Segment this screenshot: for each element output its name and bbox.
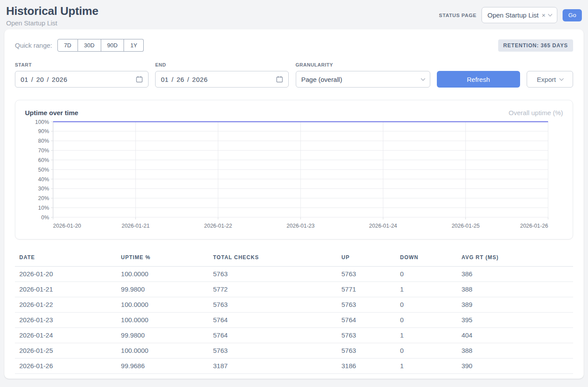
calendar-icon[interactable] [276, 76, 283, 83]
table-cell: 5764 [213, 313, 341, 328]
y-tick-label: 40% [38, 176, 49, 183]
start-date-value: 01 / 20 / 2026 [21, 76, 67, 83]
y-tick-label: 80% [38, 138, 49, 144]
y-tick-label: 60% [38, 157, 49, 163]
start-date-label: START [15, 62, 149, 67]
table-cell: 2026-01-22 [15, 297, 121, 313]
table-cell: 5764 [213, 328, 341, 343]
y-tick-label: 30% [38, 186, 49, 192]
clear-icon[interactable]: × [542, 11, 545, 19]
quick-range-label: Quick range: [15, 42, 52, 49]
granularity-select[interactable]: Page (overall) [296, 71, 430, 88]
uptime-chart-svg: 0%10%20%30%40%50%60%70%80%90%100%2026-01… [25, 118, 563, 235]
x-tick-label: 2026-01-24 [369, 223, 397, 229]
table-cell: 3186 [341, 359, 400, 374]
quick-range-30d[interactable]: 30D [78, 39, 101, 52]
table-row: 2026-01-22100.0000576357630389 [15, 297, 573, 313]
table-body: 2026-01-20100.00005763576303862026-01-21… [15, 267, 573, 374]
end-date-label: END [155, 62, 289, 67]
table-cell: 1 [400, 328, 461, 343]
column-header: UPTIME % [121, 251, 213, 267]
table-row: 2026-01-20100.0000576357630386 [15, 267, 573, 282]
table-cell: 0 [400, 297, 461, 313]
chevron-down-icon [548, 12, 553, 17]
table-cell: 389 [461, 297, 573, 313]
y-tick-label: 20% [38, 195, 49, 201]
column-header: DOWN [400, 251, 461, 267]
table-cell: 1 [400, 282, 461, 297]
x-tick-label: 2026-01-26 [520, 223, 548, 229]
start-date-input[interactable]: 01 / 20 / 2026 [15, 71, 149, 88]
table-row: 2026-01-2499.9800576457631404 [15, 328, 573, 343]
table-cell: 386 [461, 267, 573, 282]
column-header: TOTAL CHECKS [213, 251, 341, 267]
x-tick-label: 2026-01-22 [204, 223, 232, 229]
y-tick-label: 50% [38, 167, 49, 173]
chevron-down-icon [559, 76, 563, 81]
table-cell: 100.0000 [121, 313, 213, 328]
retention-badge: RETENTION: 365 DAYS [498, 39, 573, 52]
table-cell: 5763 [341, 328, 400, 343]
status-page-selected-value: Open Startup List [487, 11, 538, 19]
table-cell: 3187 [213, 359, 341, 374]
table-cell: 2026-01-21 [15, 282, 121, 297]
quick-range-1y[interactable]: 1Y [124, 39, 144, 52]
status-page-label: STATUS PAGE [439, 13, 477, 18]
column-header: AVG RT (MS) [461, 251, 573, 267]
export-button[interactable]: Export [527, 71, 573, 88]
table-cell: 390 [461, 359, 573, 374]
table-cell: 100.0000 [121, 297, 213, 313]
table-cell: 404 [461, 328, 573, 343]
end-date-input[interactable]: 01 / 26 / 2026 [155, 71, 289, 88]
go-button[interactable]: Go [563, 9, 582, 21]
table-cell: 1 [400, 359, 461, 374]
chevron-down-icon [421, 76, 425, 81]
x-tick-label: 2026-01-25 [452, 223, 480, 229]
table-cell: 0 [400, 313, 461, 328]
table-cell: 2026-01-20 [15, 267, 121, 282]
calendar-icon[interactable] [136, 76, 143, 83]
table-cell: 100.0000 [121, 343, 213, 359]
table-cell: 5772 [213, 282, 341, 297]
quick-range-group: 7D30D90D1Y [57, 39, 144, 52]
page-title: Historical Uptime [6, 4, 98, 18]
table-cell: 388 [461, 282, 573, 297]
table-cell: 2026-01-25 [15, 343, 121, 359]
table-header-row: DATEUPTIME %TOTAL CHECKSUPDOWNAVG RT (MS… [15, 251, 573, 267]
quick-range-7d[interactable]: 7D [57, 39, 78, 52]
x-tick-label: 2026-01-23 [287, 223, 315, 229]
table-cell: 0 [400, 267, 461, 282]
uptime-chart-card: Uptime over time Overall uptime (%) 0%10… [15, 100, 573, 239]
table-cell: 100.0000 [121, 267, 213, 282]
main-panel: Quick range: 7D30D90D1Y RETENTION: 365 D… [4, 29, 584, 379]
table-cell: 5763 [213, 267, 341, 282]
y-tick-label: 90% [38, 128, 49, 134]
table-cell: 5763 [341, 267, 400, 282]
table-cell: 5763 [213, 297, 341, 313]
table-row: 2026-01-2699.9686318731861390 [15, 359, 573, 374]
status-page-select[interactable]: Open Startup List × [482, 7, 557, 23]
x-tick-label: 2026-01-20 [53, 223, 81, 229]
page-subtitle: Open Startup List [6, 19, 98, 27]
table-row: 2026-01-23100.0000576457640395 [15, 313, 573, 328]
column-header: UP [341, 251, 400, 267]
y-tick-label: 100% [35, 119, 49, 125]
quick-range-90d[interactable]: 90D [101, 39, 124, 52]
refresh-button[interactable]: Refresh [437, 71, 520, 88]
table-cell: 5771 [341, 282, 400, 297]
table-cell: 99.9800 [121, 282, 213, 297]
uptime-table: DATEUPTIME %TOTAL CHECKSUPDOWNAVG RT (MS… [15, 251, 573, 374]
table-cell: 99.9686 [121, 359, 213, 374]
table-row: 2026-01-25100.0000576357630388 [15, 343, 573, 359]
table-cell: 2026-01-26 [15, 359, 121, 374]
table-cell: 2026-01-24 [15, 328, 121, 343]
granularity-label: GRANULARITY [296, 62, 430, 67]
export-button-label: Export [537, 76, 556, 83]
y-tick-label: 0% [41, 215, 49, 221]
end-date-value: 01 / 26 / 2026 [161, 76, 208, 83]
y-tick-label: 10% [38, 205, 49, 211]
table-cell: 5763 [341, 343, 400, 359]
page-header: Historical Uptime Open Startup List STAT… [0, 0, 588, 29]
table-cell: 5763 [341, 297, 400, 313]
column-header: DATE [15, 251, 121, 267]
